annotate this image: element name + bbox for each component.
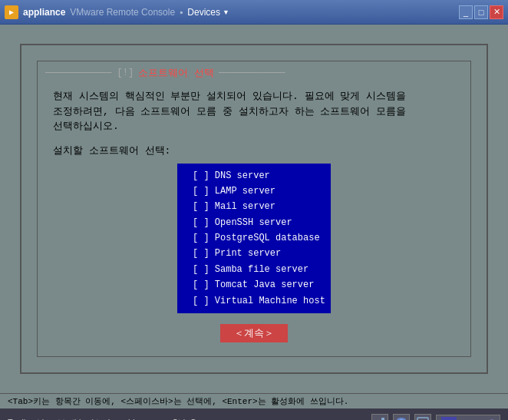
svg-rect-7	[417, 418, 428, 421]
hint-bar: <Tab>키는 항목간 이동에, <스페이스바>는 선택에, <Enter>는 …	[0, 393, 508, 408]
list-item[interactable]: [ ] Print server	[193, 246, 315, 261]
list-item[interactable]: [ ] Virtual Machine host	[193, 293, 315, 309]
title-bar: ▶ appliance VMware Remote Console ▪ Devi…	[0, 0, 508, 25]
app-logo-icon: ▶	[5, 5, 18, 19]
main-area: ──────────── [!] 소프트웨어 선택 ──────────── 현…	[0, 25, 508, 393]
app-name: appliance	[23, 7, 65, 18]
package-list[interactable]: [ ] DNS server [ ] LAMP server [ ] Mail …	[177, 164, 331, 314]
terminal-window: ──────────── [!] 소프트웨어 선택 ──────────── 현…	[20, 44, 488, 374]
list-item[interactable]: [ ] Tomcat Java server	[193, 277, 315, 293]
status-icons: vm vmware®	[371, 414, 500, 421]
list-item[interactable]: [ ] DNS server	[193, 168, 315, 184]
disk-icon	[393, 414, 410, 421]
separator-text: VMware Remote Console	[70, 7, 175, 18]
restore-button[interactable]: □	[474, 5, 488, 19]
software-label: 설치할 소프트웨어 선택:	[53, 144, 455, 157]
dialog-box: ──────────── [!] 소프트웨어 선택 ──────────── 현…	[37, 61, 471, 357]
status-text: To direct input to this virtual machine,…	[8, 418, 365, 421]
vmware-logo-icon: vm	[441, 417, 457, 421]
dialog-title-bar: ──────────── [!] 소프트웨어 선택 ────────────	[38, 61, 470, 81]
description-text: 현재 시스템의 핵심적인 부분만 설치되어 있습니다. 필요에 맞게 시스템을 …	[53, 89, 455, 134]
dialog-content: 현재 시스템의 핵심적인 부분만 설치되어 있습니다. 필요에 맞게 시스템을 …	[38, 81, 470, 356]
confirm-button[interactable]: ＜계속＞	[220, 324, 288, 342]
title-left-dashes: ──────────── [!]	[45, 68, 134, 78]
list-item[interactable]: [ ] OpenSSH server	[193, 215, 315, 230]
window-controls: _ □ ✕	[459, 5, 503, 19]
list-item[interactable]: [ ] LAMP server	[193, 184, 315, 199]
title-right-dashes: ────────────	[219, 68, 285, 78]
devices-menu[interactable]: Devices ▼	[187, 7, 229, 18]
list-item[interactable]: [ ] PostgreSQL database	[193, 230, 315, 246]
monitor-icon	[414, 414, 431, 421]
network-icon	[371, 414, 388, 421]
vmware-badge: vm vmware®	[436, 415, 500, 421]
svg-rect-2	[381, 418, 384, 421]
hint-text: <Tab>키는 항목간 이동에, <스페이스바>는 선택에, <Enter>는 …	[8, 395, 348, 407]
button-row: ＜계속＞	[53, 324, 455, 342]
list-item[interactable]: [ ] Mail server	[193, 199, 315, 214]
vmware-text: vmware®	[459, 418, 495, 421]
dialog-title-text: 소프트웨어 선택	[134, 66, 219, 80]
list-item[interactable]: [ ] Samba file server	[193, 262, 315, 277]
close-button[interactable]: ✕	[490, 5, 503, 19]
status-bar: To direct input to this virtual machine,…	[0, 408, 508, 420]
devices-menu-arrow-icon: ▼	[223, 8, 229, 16]
minimize-button[interactable]: _	[459, 5, 473, 19]
